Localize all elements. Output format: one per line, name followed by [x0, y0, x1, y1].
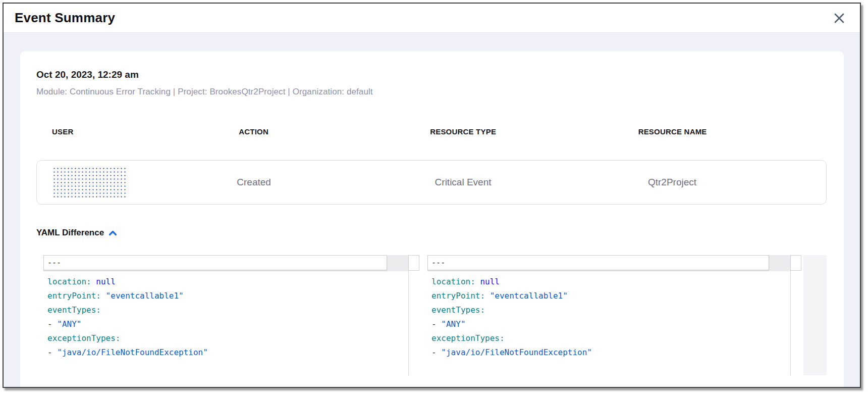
yaml-first-line-strip: --- [43, 255, 408, 271]
yaml-code-line: eventTypes: [431, 303, 801, 317]
action-cell: Created [155, 177, 353, 188]
yaml-panel-before: --- location: nullentryPoint: "eventcall… [43, 255, 419, 375]
table-row: Created Critical Event Qtr2Project [36, 160, 827, 205]
yaml-code-line: - "java/io/FileNotFoundException" [47, 346, 419, 360]
yaml-code-line: - "ANY" [47, 317, 419, 331]
yaml-code-line: entryPoint: "eventcallable1" [47, 289, 419, 303]
diff-gutter [803, 255, 827, 375]
column-header-user: USER [36, 127, 155, 136]
yaml-code-before: location: nullentryPoint: "eventcallable… [43, 271, 419, 360]
yaml-document-start-line: --- [427, 255, 769, 270]
yaml-code-line: exceptionTypes: [431, 331, 801, 346]
user-cell [37, 166, 155, 199]
yaml-code-line: location: null [47, 275, 419, 289]
event-timestamp: Oct 20, 2023, 12:29 am [36, 69, 827, 80]
column-header-action: ACTION [155, 127, 353, 136]
scrollbar-corner-after [790, 255, 801, 271]
close-icon [833, 12, 845, 24]
yaml-panel-after: --- location: nullentryPoint: "eventcall… [427, 255, 801, 375]
scrollbar-corner-before [408, 255, 419, 271]
dialog-title: Event Summary [15, 10, 832, 26]
screenshot-root: Event Summary Oct 20, 2023, 12:29 am Mod… [0, 0, 868, 394]
column-header-resource-name: RESOURCE NAME [574, 127, 772, 136]
column-header-resource-type: RESOURCE TYPE [352, 127, 573, 136]
yaml-code-line: location: null [431, 275, 801, 289]
yaml-code-line: - "java/io/FileNotFoundException" [431, 346, 801, 360]
redacted-user-avatar [52, 166, 128, 199]
scrollbar-before[interactable] [408, 255, 419, 375]
scrollbar-after[interactable] [790, 255, 801, 375]
yaml-code-after: location: nullentryPoint: "eventcallable… [427, 271, 801, 360]
yaml-code-line: eventTypes: [47, 303, 419, 317]
yaml-document-start-line: --- [43, 255, 387, 270]
yaml-code-line: - "ANY" [431, 317, 801, 331]
yaml-diff-viewer: --- location: nullentryPoint: "eventcall… [43, 255, 827, 375]
close-button[interactable] [832, 11, 847, 26]
resource-type-cell: Critical Event [353, 177, 574, 188]
yaml-first-line-strip: --- [427, 255, 790, 271]
yaml-code-line: entryPoint: "eventcallable1" [431, 289, 801, 303]
yaml-difference-label: YAML Difference [36, 228, 104, 238]
chevron-up-icon [108, 230, 117, 236]
event-card: Oct 20, 2023, 12:29 am Module: Continuou… [20, 51, 844, 387]
dialog-header: Event Summary [4, 4, 860, 33]
panel-gap [419, 255, 427, 375]
table-header-row: USER ACTION RESOURCE TYPE RESOURCE NAME [36, 127, 827, 136]
dialog-body: Oct 20, 2023, 12:29 am Module: Continuou… [4, 33, 860, 387]
yaml-difference-toggle[interactable]: YAML Difference [36, 228, 117, 238]
event-meta: Module: Continuous Error Tracking | Proj… [36, 87, 827, 97]
resource-name-cell: Qtr2Project [574, 177, 771, 188]
yaml-code-line: exceptionTypes: [47, 331, 419, 346]
event-summary-dialog: Event Summary Oct 20, 2023, 12:29 am Mod… [3, 3, 861, 388]
